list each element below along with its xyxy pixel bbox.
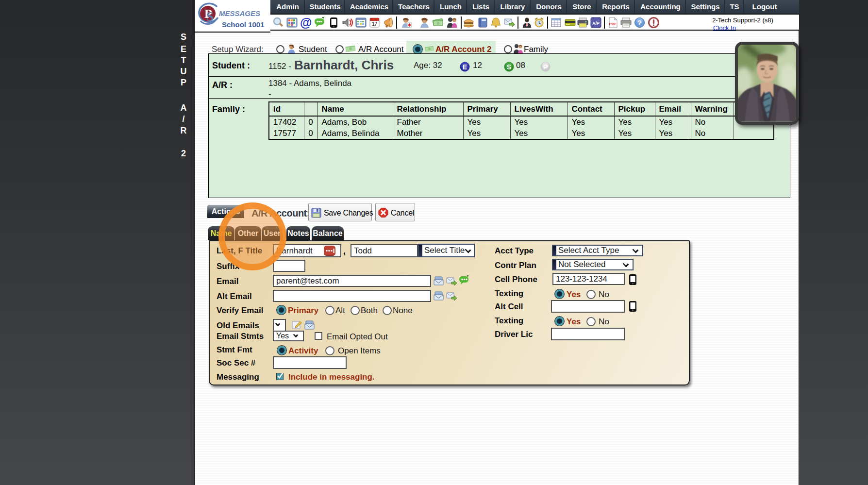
svg-text:A/P: A/P (592, 21, 600, 26)
svg-text:?: ? (637, 19, 642, 27)
svg-text:17: 17 (372, 21, 378, 27)
svg-text:PDF: PDF (609, 22, 617, 26)
svg-text:E: E (463, 63, 467, 71)
svg-text:P: P (543, 63, 548, 71)
svg-text:S: S (507, 63, 511, 71)
svg-text:School 1001: School 1001 (222, 20, 265, 29)
svg-text:MESSAGES: MESSAGES (219, 9, 260, 17)
svg-text:S: S (206, 9, 214, 24)
